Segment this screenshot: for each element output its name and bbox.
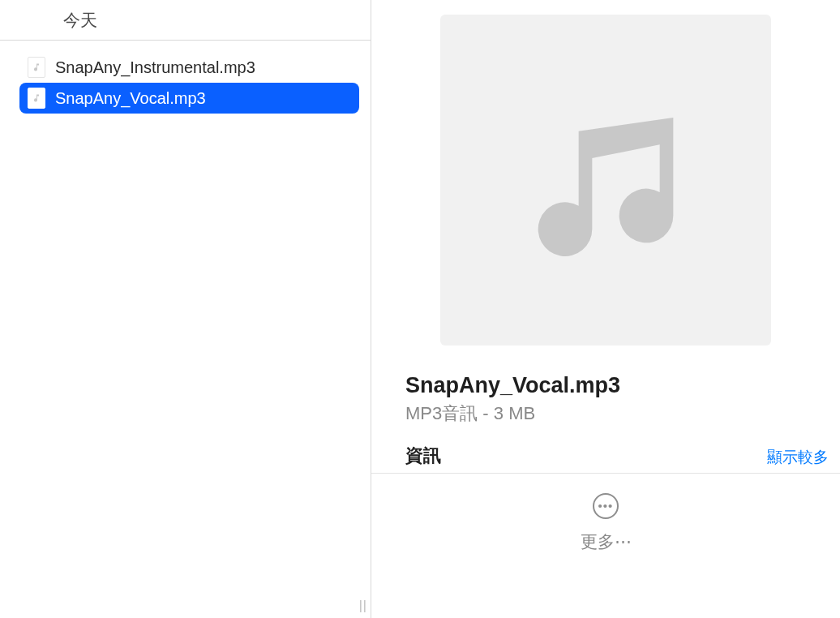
file-list-pane: 今天 SnapAny_Instrumental.mp3 SnapAny_Voca… [0,0,371,618]
preview-thumb-wrap [371,15,840,345]
ellipsis-circle-icon[interactable]: ••• [593,493,619,519]
info-label: 資訊 [405,444,441,468]
preview-pane: SnapAny_Vocal.mp3 MP3音訊 - 3 MB 資訊 顯示較多 •… [371,0,840,618]
music-note-icon [525,97,687,263]
music-note-icon [28,57,45,78]
file-list-header: 今天 [0,0,371,41]
file-name-label: SnapAny_Vocal.mp3 [55,89,206,108]
info-section-header: 資訊 顯示較多 [371,426,840,474]
file-list: SnapAny_Instrumental.mp3 SnapAny_Vocal.m… [0,41,371,114]
show-more-link[interactable]: 顯示較多 [767,447,829,468]
preview-actions: ••• 更多⋯ [371,474,840,553]
preview-meta: SnapAny_Vocal.mp3 MP3音訊 - 3 MB [371,345,840,426]
pane-resize-handle[interactable]: || [359,599,367,613]
preview-title: SnapAny_Vocal.mp3 [405,373,840,398]
file-name-label: SnapAny_Instrumental.mp3 [55,58,255,77]
music-note-icon [28,88,45,109]
more-actions-label: 更多⋯ [581,530,632,553]
file-list-header-label: 今天 [63,9,97,32]
file-row[interactable]: SnapAny_Vocal.mp3 [19,83,359,114]
preview-subtitle: MP3音訊 - 3 MB [405,401,840,426]
file-row[interactable]: SnapAny_Instrumental.mp3 [19,52,359,83]
preview-thumbnail [440,15,771,345]
